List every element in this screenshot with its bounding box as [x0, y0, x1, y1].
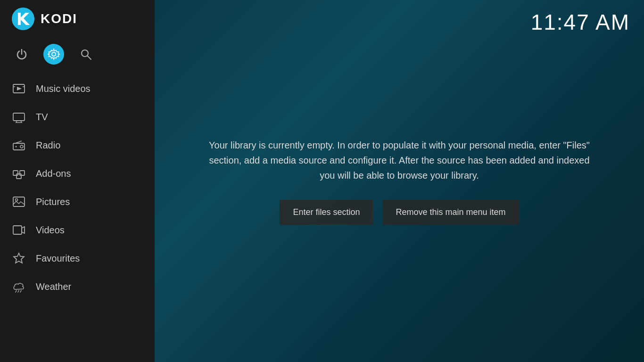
addon-icon	[11, 166, 26, 181]
svg-line-23	[18, 290, 19, 292]
app-title: KODI	[41, 11, 77, 26]
sidebar-menu: Music videos TV	[0, 71, 155, 362]
sidebar-item-radio[interactable]: Radio	[0, 131, 155, 159]
sidebar-header: KODI	[0, 0, 155, 38]
sidebar-item-favourites-label: Favourites	[36, 253, 80, 264]
svg-point-14	[20, 145, 23, 148]
sidebar-item-music-videos-label: Music videos	[36, 83, 91, 94]
sidebar-item-tv-label: TV	[36, 112, 48, 123]
pictures-icon	[11, 194, 26, 209]
search-button[interactable]	[75, 44, 96, 65]
svg-line-4	[87, 56, 91, 59]
gear-icon	[48, 48, 60, 60]
search-icon	[80, 48, 92, 60]
sidebar-item-videos-label: Videos	[36, 225, 65, 236]
sidebar-item-videos[interactable]: Videos	[0, 216, 155, 244]
svg-rect-8	[13, 113, 25, 121]
time-display: 11:47 AM	[531, 9, 630, 35]
videos-icon	[11, 222, 26, 238]
action-buttons: Enter files section Remove this main men…	[280, 200, 519, 225]
music-video-icon	[11, 81, 26, 96]
sidebar-item-addons-label: Add-ons	[36, 168, 71, 179]
sidebar-item-radio-label: Radio	[36, 140, 60, 151]
sidebar-icon-row	[0, 38, 155, 71]
svg-point-2	[52, 52, 56, 56]
svg-line-24	[20, 290, 21, 292]
radio-icon	[11, 138, 26, 153]
app-container: KODI	[0, 0, 644, 362]
center-content: Your library is currently empty. In orde…	[187, 119, 611, 244]
svg-rect-16	[13, 171, 18, 175]
sidebar-item-favourites[interactable]: Favourites	[0, 244, 155, 272]
kodi-logo-icon	[11, 7, 35, 31]
sidebar-item-weather-label: Weather	[36, 281, 71, 292]
sidebar: KODI	[0, 0, 155, 362]
sidebar-item-pictures[interactable]: Pictures	[0, 188, 155, 216]
settings-button[interactable]	[43, 44, 64, 65]
sidebar-item-tv[interactable]: TV	[0, 103, 155, 131]
library-message: Your library is currently empty. In orde…	[206, 138, 593, 183]
enter-files-button[interactable]: Enter files section	[280, 200, 373, 225]
sidebar-item-addons[interactable]: Add-ons	[0, 159, 155, 188]
weather-icon	[11, 279, 26, 294]
tv-icon	[11, 109, 26, 124]
star-icon	[11, 251, 26, 266]
power-button[interactable]	[11, 44, 32, 65]
main-content: 11:47 AM Your library is currently empty…	[155, 0, 644, 362]
power-icon	[16, 48, 28, 60]
sidebar-item-weather[interactable]: Weather	[0, 272, 155, 301]
svg-point-20	[16, 199, 18, 201]
svg-rect-19	[13, 197, 25, 206]
svg-rect-17	[20, 171, 25, 175]
svg-point-15	[16, 146, 17, 148]
svg-rect-21	[13, 226, 22, 234]
sidebar-item-music-videos[interactable]: Music videos	[0, 74, 155, 103]
sidebar-item-pictures-label: Pictures	[36, 197, 70, 207]
remove-menu-item-button[interactable]: Remove this main menu item	[382, 200, 519, 225]
svg-rect-18	[17, 174, 21, 179]
svg-line-22	[16, 290, 17, 292]
